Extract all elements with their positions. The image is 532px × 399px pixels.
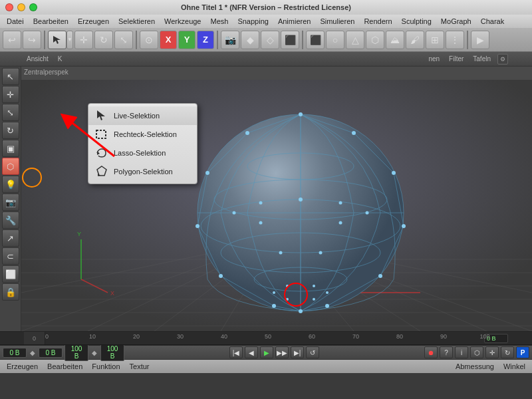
info-button[interactable]: i [455, 346, 468, 358]
redo-button[interactable]: ↪ [23, 31, 41, 49]
z-axis-button[interactable]: Z [197, 31, 214, 49]
move-tool-button[interactable]: ✛ [74, 31, 93, 49]
frame-field-2[interactable]: 0 B [39, 348, 63, 358]
frame-start-field[interactable]: 0 B [3, 348, 27, 358]
bottom-menu-funktion[interactable]: Funktion [88, 362, 124, 371]
minimize-button[interactable] [17, 3, 25, 11]
particles-button[interactable]: ⋮ [446, 31, 464, 49]
live-selektion-item[interactable]: Live-Selektion [88, 106, 197, 125]
menu-simulieren[interactable]: Simulieren [316, 17, 358, 26]
bottom-menu-winkel[interactable]: Winkel [499, 362, 529, 371]
sidebar-rotate-icon[interactable]: ↻ [2, 122, 19, 139]
goto-end-button[interactable]: ▶| [291, 346, 304, 358]
menu-animieren[interactable]: Animieren [274, 17, 315, 26]
camera-tab[interactable]: K [55, 55, 65, 63]
landscape-button[interactable]: ⛰ [386, 31, 404, 49]
cube-button[interactable]: ⬛ [306, 31, 325, 49]
sidebar-move-icon[interactable]: ✛ [2, 86, 19, 103]
maximize-button[interactable] [29, 3, 37, 11]
menu-rendern[interactable]: Rendern [360, 17, 396, 26]
filter-tab[interactable]: Filter [446, 55, 466, 63]
bottom-menu-erzeugen[interactable]: Erzeugen [3, 362, 42, 371]
svg-point-42 [196, 224, 200, 228]
rechteck-selektion-item[interactable]: Rechteck-Selektion [88, 125, 197, 144]
keyframe3-button[interactable]: ⬛ [281, 31, 299, 49]
menu-werkzeuge[interactable]: Werkzeuge [160, 17, 205, 26]
frame-field-4[interactable]: 100 B [100, 344, 124, 361]
sidebar-pattern-icon[interactable]: ▣ [2, 140, 19, 157]
sphere-icon-button[interactable]: ○ [326, 31, 344, 49]
bottom-menu-bearbeiten[interactable]: Bearbeiten [43, 362, 86, 371]
sidebar-bend-icon[interactable]: ↗ [2, 229, 19, 247]
sidebar-magnet-icon[interactable]: ⊂ [2, 247, 19, 265]
menu-erzeugen[interactable]: Erzeugen [74, 17, 113, 26]
y-axis-button[interactable]: Y [178, 31, 196, 49]
timeline-ruler-inner[interactable]: 0 10 20 30 40 50 60 70 80 90 100 [45, 332, 484, 344]
sidebar-tool-icon[interactable]: 🔧 [2, 211, 19, 229]
menu-bearbeiten[interactable]: Bearbeiten [29, 17, 72, 26]
timeline-ruler[interactable]: 0 0 10 20 30 40 50 60 70 80 90 100 0 B [0, 332, 532, 345]
polygon-selektion-item[interactable]: Polygon-Selektion [88, 162, 197, 181]
prev-frame-button[interactable]: ◀ [245, 346, 258, 358]
x-axis-button[interactable]: X [160, 31, 177, 49]
bottom-menu-textur[interactable]: Textur [126, 362, 154, 371]
keyframe2-button[interactable]: ◇ [261, 31, 279, 49]
menu-sculpting[interactable]: Sculpting [398, 17, 436, 26]
camera-button[interactable]: 📷 [221, 31, 239, 49]
rotate-tool-button[interactable]: ↻ [94, 31, 113, 49]
next-frame-button[interactable]: ▶▶ [275, 346, 289, 358]
loop-button[interactable]: ↺ [306, 346, 319, 358]
menu-mesh[interactable]: Mesh [206, 17, 232, 26]
lasso-selektion-icon [95, 146, 108, 160]
sidebar-object-icon[interactable]: ⬡ [2, 158, 19, 175]
menu-datei[interactable]: Datei [3, 17, 28, 26]
sidebar-camera-icon[interactable]: 📷 [2, 194, 19, 211]
grid-button[interactable]: ⊞ [426, 31, 444, 49]
menu-snapping[interactable]: Snapping [233, 17, 273, 26]
frame-field-3[interactable]: 100 B [65, 344, 88, 361]
viewport-3d[interactable]: Zentralperspek [21, 66, 532, 331]
close-button[interactable] [5, 3, 13, 11]
bottom-menu-abmessung[interactable]: Abmessung [452, 362, 498, 371]
svg-point-37 [402, 224, 406, 228]
record-button[interactable]: ⏺ [424, 346, 438, 358]
sidebar-lock-icon[interactable]: 🔒 [2, 283, 19, 301]
menu-selektieren[interactable]: Selektieren [114, 17, 159, 26]
live-selektion-icon [95, 109, 108, 122]
main-area: ↖ ✛ ⤡ ↻ ▣ ⬡ 💡 📷 🔧 ↗ ⊂ ⬜ 🔒 Zentralperspek [0, 66, 532, 331]
sidebar-scale-icon[interactable]: ⤡ [2, 104, 19, 121]
nav-button[interactable]: ⬡ [470, 346, 483, 358]
menu-mograph[interactable]: MoGraph [437, 17, 475, 26]
sidebar-arrow-icon[interactable]: ↖ [2, 68, 19, 85]
goto-start-button[interactable]: |◀ [229, 346, 243, 358]
svg-point-34 [299, 112, 303, 116]
scale-tool-button[interactable]: ⤡ [114, 31, 133, 49]
nen-tab[interactable]: nen [426, 55, 442, 63]
sync-button[interactable]: ↻ [501, 346, 514, 358]
keyframe-button[interactable]: ◆ [241, 31, 259, 49]
view-tab[interactable]: Ansicht [24, 55, 51, 63]
settings-right-button[interactable]: ▶ [471, 31, 489, 49]
sidebar-light-icon[interactable]: 💡 [2, 176, 19, 193]
undo-button[interactable]: ↩ [3, 31, 21, 49]
parking-button[interactable]: P [516, 346, 529, 358]
snap-tool-button[interactable]: ⊙ [140, 31, 158, 49]
viewport-settings-button[interactable]: ⚙ [497, 54, 508, 65]
menu-charak[interactable]: Charak [477, 17, 508, 26]
paint-button[interactable]: 🖌 [406, 31, 424, 49]
transform-button[interactable]: ✛ [485, 346, 499, 358]
play-button[interactable]: ▶ [260, 346, 273, 358]
select-tool-button[interactable] [48, 31, 66, 49]
sidebar-checkerboard-icon[interactable]: ⬜ [2, 265, 19, 283]
svg-point-60 [286, 285, 289, 287]
tafeln-tab[interactable]: Tafeln [470, 55, 493, 63]
help-button[interactable]: ? [440, 346, 453, 358]
svg-point-50 [233, 211, 236, 215]
separator-4 [302, 31, 303, 49]
svg-point-45 [299, 198, 303, 201]
svg-point-44 [245, 131, 249, 135]
select-tool-dropdown[interactable]: ▼ [66, 31, 73, 49]
torus-button[interactable]: ⬡ [366, 31, 384, 49]
lasso-selektion-item[interactable]: Lasso-Selektion [88, 144, 197, 162]
cone-button[interactable]: △ [346, 31, 364, 49]
